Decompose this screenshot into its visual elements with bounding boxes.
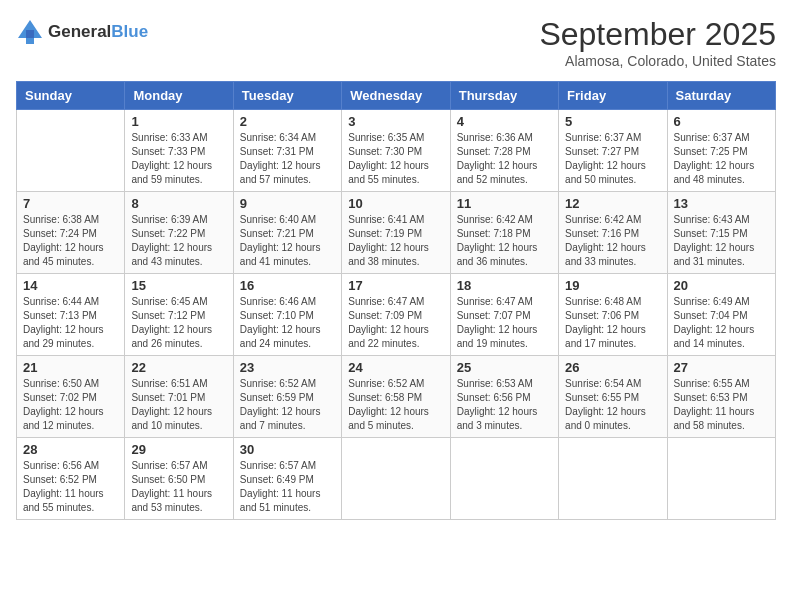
day-info: Sunrise: 6:41 AMSunset: 7:19 PMDaylight:… xyxy=(348,213,443,269)
calendar-cell: 22Sunrise: 6:51 AMSunset: 7:01 PMDayligh… xyxy=(125,356,233,438)
calendar-cell: 7Sunrise: 6:38 AMSunset: 7:24 PMDaylight… xyxy=(17,192,125,274)
day-info: Sunrise: 6:52 AMSunset: 6:59 PMDaylight:… xyxy=(240,377,335,433)
calendar-cell: 30Sunrise: 6:57 AMSunset: 6:49 PMDayligh… xyxy=(233,438,341,520)
day-info: Sunrise: 6:35 AMSunset: 7:30 PMDaylight:… xyxy=(348,131,443,187)
calendar-cell xyxy=(342,438,450,520)
day-number: 6 xyxy=(674,114,769,129)
day-number: 1 xyxy=(131,114,226,129)
calendar-cell: 23Sunrise: 6:52 AMSunset: 6:59 PMDayligh… xyxy=(233,356,341,438)
location-subtitle: Alamosa, Colorado, United States xyxy=(539,53,776,69)
calendar-cell: 12Sunrise: 6:42 AMSunset: 7:16 PMDayligh… xyxy=(559,192,667,274)
calendar-cell: 2Sunrise: 6:34 AMSunset: 7:31 PMDaylight… xyxy=(233,110,341,192)
day-number: 13 xyxy=(674,196,769,211)
calendar-cell: 10Sunrise: 6:41 AMSunset: 7:19 PMDayligh… xyxy=(342,192,450,274)
title-block: September 2025 Alamosa, Colorado, United… xyxy=(539,16,776,69)
day-info: Sunrise: 6:40 AMSunset: 7:21 PMDaylight:… xyxy=(240,213,335,269)
day-info: Sunrise: 6:57 AMSunset: 6:50 PMDaylight:… xyxy=(131,459,226,515)
calendar-cell xyxy=(667,438,775,520)
calendar-cell: 1Sunrise: 6:33 AMSunset: 7:33 PMDaylight… xyxy=(125,110,233,192)
day-info: Sunrise: 6:50 AMSunset: 7:02 PMDaylight:… xyxy=(23,377,118,433)
day-info: Sunrise: 6:56 AMSunset: 6:52 PMDaylight:… xyxy=(23,459,118,515)
day-info: Sunrise: 6:37 AMSunset: 7:27 PMDaylight:… xyxy=(565,131,660,187)
calendar-cell: 27Sunrise: 6:55 AMSunset: 6:53 PMDayligh… xyxy=(667,356,775,438)
day-number: 25 xyxy=(457,360,552,375)
calendar-cell: 15Sunrise: 6:45 AMSunset: 7:12 PMDayligh… xyxy=(125,274,233,356)
weekday-header-monday: Monday xyxy=(125,82,233,110)
day-number: 22 xyxy=(131,360,226,375)
calendar-header-row: SundayMondayTuesdayWednesdayThursdayFrid… xyxy=(17,82,776,110)
day-number: 3 xyxy=(348,114,443,129)
day-number: 9 xyxy=(240,196,335,211)
calendar-cell: 21Sunrise: 6:50 AMSunset: 7:02 PMDayligh… xyxy=(17,356,125,438)
calendar-cell: 13Sunrise: 6:43 AMSunset: 7:15 PMDayligh… xyxy=(667,192,775,274)
calendar-cell: 4Sunrise: 6:36 AMSunset: 7:28 PMDaylight… xyxy=(450,110,558,192)
calendar-cell: 25Sunrise: 6:53 AMSunset: 6:56 PMDayligh… xyxy=(450,356,558,438)
day-number: 2 xyxy=(240,114,335,129)
calendar-cell: 14Sunrise: 6:44 AMSunset: 7:13 PMDayligh… xyxy=(17,274,125,356)
day-info: Sunrise: 6:42 AMSunset: 7:16 PMDaylight:… xyxy=(565,213,660,269)
day-number: 18 xyxy=(457,278,552,293)
calendar-week-row: 21Sunrise: 6:50 AMSunset: 7:02 PMDayligh… xyxy=(17,356,776,438)
day-number: 27 xyxy=(674,360,769,375)
calendar-cell xyxy=(559,438,667,520)
day-info: Sunrise: 6:33 AMSunset: 7:33 PMDaylight:… xyxy=(131,131,226,187)
day-number: 24 xyxy=(348,360,443,375)
calendar-cell: 16Sunrise: 6:46 AMSunset: 7:10 PMDayligh… xyxy=(233,274,341,356)
day-number: 7 xyxy=(23,196,118,211)
weekday-header-saturday: Saturday xyxy=(667,82,775,110)
calendar-cell xyxy=(450,438,558,520)
logo-icon xyxy=(16,16,44,48)
day-info: Sunrise: 6:45 AMSunset: 7:12 PMDaylight:… xyxy=(131,295,226,351)
day-number: 26 xyxy=(565,360,660,375)
calendar-cell: 26Sunrise: 6:54 AMSunset: 6:55 PMDayligh… xyxy=(559,356,667,438)
day-number: 5 xyxy=(565,114,660,129)
day-number: 17 xyxy=(348,278,443,293)
calendar-cell: 29Sunrise: 6:57 AMSunset: 6:50 PMDayligh… xyxy=(125,438,233,520)
calendar-week-row: 14Sunrise: 6:44 AMSunset: 7:13 PMDayligh… xyxy=(17,274,776,356)
day-info: Sunrise: 6:47 AMSunset: 7:07 PMDaylight:… xyxy=(457,295,552,351)
day-info: Sunrise: 6:36 AMSunset: 7:28 PMDaylight:… xyxy=(457,131,552,187)
day-info: Sunrise: 6:53 AMSunset: 6:56 PMDaylight:… xyxy=(457,377,552,433)
calendar-cell: 3Sunrise: 6:35 AMSunset: 7:30 PMDaylight… xyxy=(342,110,450,192)
day-info: Sunrise: 6:54 AMSunset: 6:55 PMDaylight:… xyxy=(565,377,660,433)
day-number: 12 xyxy=(565,196,660,211)
calendar-week-row: 28Sunrise: 6:56 AMSunset: 6:52 PMDayligh… xyxy=(17,438,776,520)
calendar-cell: 20Sunrise: 6:49 AMSunset: 7:04 PMDayligh… xyxy=(667,274,775,356)
day-info: Sunrise: 6:57 AMSunset: 6:49 PMDaylight:… xyxy=(240,459,335,515)
day-number: 29 xyxy=(131,442,226,457)
day-number: 20 xyxy=(674,278,769,293)
calendar-table: SundayMondayTuesdayWednesdayThursdayFrid… xyxy=(16,81,776,520)
weekday-header-wednesday: Wednesday xyxy=(342,82,450,110)
day-info: Sunrise: 6:43 AMSunset: 7:15 PMDaylight:… xyxy=(674,213,769,269)
day-number: 11 xyxy=(457,196,552,211)
day-info: Sunrise: 6:44 AMSunset: 7:13 PMDaylight:… xyxy=(23,295,118,351)
day-number: 15 xyxy=(131,278,226,293)
day-info: Sunrise: 6:51 AMSunset: 7:01 PMDaylight:… xyxy=(131,377,226,433)
day-info: Sunrise: 6:39 AMSunset: 7:22 PMDaylight:… xyxy=(131,213,226,269)
day-info: Sunrise: 6:52 AMSunset: 6:58 PMDaylight:… xyxy=(348,377,443,433)
svg-rect-2 xyxy=(26,30,34,38)
day-info: Sunrise: 6:47 AMSunset: 7:09 PMDaylight:… xyxy=(348,295,443,351)
page-header: GeneralBlue September 2025 Alamosa, Colo… xyxy=(16,16,776,69)
day-number: 4 xyxy=(457,114,552,129)
calendar-cell: 17Sunrise: 6:47 AMSunset: 7:09 PMDayligh… xyxy=(342,274,450,356)
day-number: 14 xyxy=(23,278,118,293)
day-number: 8 xyxy=(131,196,226,211)
day-info: Sunrise: 6:48 AMSunset: 7:06 PMDaylight:… xyxy=(565,295,660,351)
calendar-cell: 9Sunrise: 6:40 AMSunset: 7:21 PMDaylight… xyxy=(233,192,341,274)
day-number: 10 xyxy=(348,196,443,211)
day-info: Sunrise: 6:34 AMSunset: 7:31 PMDaylight:… xyxy=(240,131,335,187)
calendar-cell: 19Sunrise: 6:48 AMSunset: 7:06 PMDayligh… xyxy=(559,274,667,356)
calendar-cell: 18Sunrise: 6:47 AMSunset: 7:07 PMDayligh… xyxy=(450,274,558,356)
day-number: 30 xyxy=(240,442,335,457)
calendar-cell: 28Sunrise: 6:56 AMSunset: 6:52 PMDayligh… xyxy=(17,438,125,520)
calendar-cell: 24Sunrise: 6:52 AMSunset: 6:58 PMDayligh… xyxy=(342,356,450,438)
day-number: 23 xyxy=(240,360,335,375)
day-info: Sunrise: 6:38 AMSunset: 7:24 PMDaylight:… xyxy=(23,213,118,269)
day-info: Sunrise: 6:49 AMSunset: 7:04 PMDaylight:… xyxy=(674,295,769,351)
day-number: 16 xyxy=(240,278,335,293)
weekday-header-thursday: Thursday xyxy=(450,82,558,110)
weekday-header-sunday: Sunday xyxy=(17,82,125,110)
calendar-week-row: 1Sunrise: 6:33 AMSunset: 7:33 PMDaylight… xyxy=(17,110,776,192)
logo: GeneralBlue xyxy=(16,16,148,48)
